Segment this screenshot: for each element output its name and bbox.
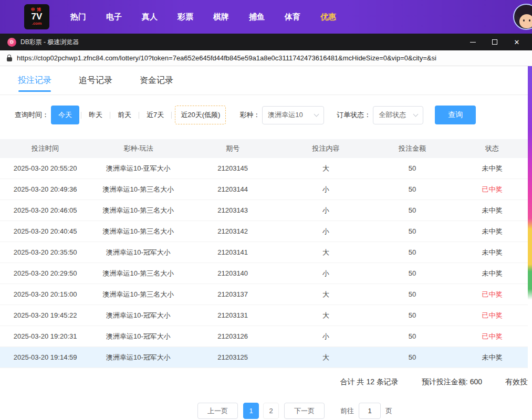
status-select-value: 全部状态 <box>379 110 406 120</box>
cell-bet-content: 大 <box>279 248 372 257</box>
logo-text-bottom: .com <box>32 22 42 26</box>
nav-item[interactable]: 真人 <box>142 12 158 22</box>
table-row[interactable]: 2025-03-20 20:29:50 澳洲幸运10-第三名大小 2120314… <box>0 263 532 284</box>
nav-item[interactable]: 棋牌 <box>213 12 229 22</box>
time-option[interactable]: 今天 <box>51 106 79 124</box>
cell-status: 已中奖 <box>452 332 532 341</box>
nav-item[interactable]: 电子 <box>106 12 122 22</box>
table-row[interactable]: 2025-03-20 20:35:50 澳洲幸运10-冠军大小 21203141… <box>0 242 532 263</box>
address-bar: https://ctop02pchwp1.zfnc84.com/lottery/… <box>0 50 532 66</box>
time-option[interactable]: 近20天(低频) <box>175 106 226 124</box>
tab[interactable]: 资金记录 <box>140 66 173 95</box>
order-status-select[interactable]: 全部状态 <box>373 106 423 124</box>
goto-page-input[interactable] <box>359 403 381 419</box>
cell-bet-content: 小 <box>279 185 372 194</box>
tab[interactable]: 投注记录 <box>18 66 51 95</box>
cell-lottery-play: 澳洲幸运10-第三名大小 <box>90 206 186 215</box>
background-page-strip <box>528 66 532 420</box>
search-button[interactable]: 查询 <box>435 106 476 124</box>
nav-item[interactable]: 捕鱼 <box>249 12 265 22</box>
tab[interactable]: 追号记录 <box>79 66 112 95</box>
divider <box>139 112 139 119</box>
divider <box>171 112 172 119</box>
divider <box>81 112 81 119</box>
time-option[interactable]: 近7天 <box>141 106 170 124</box>
cell-lottery-play: 澳洲幸运10-第三名大小 <box>90 185 186 194</box>
table-row[interactable]: 2025-03-20 19:45:22 澳洲幸运10-冠军大小 21203131… <box>0 305 532 326</box>
time-option[interactable]: 前天 <box>112 106 137 124</box>
page-number[interactable]: 2 <box>263 403 279 419</box>
nav-item[interactable]: 体育 <box>285 12 300 22</box>
cell-bet-time: 2025-03-20 19:20:31 <box>0 332 90 340</box>
cell-status: 未中奖 <box>452 269 532 278</box>
page-numbers: 12 <box>243 403 279 419</box>
time-filter-group: 今天昨天前天近7天近20天(低频) <box>51 106 226 124</box>
logo-text-mid: 7V <box>32 12 43 22</box>
table-row[interactable]: 2025-03-20 19:20:31 澳洲幸运10-冠军大小 21203126… <box>0 326 532 347</box>
cell-bet-content: 小 <box>279 227 372 236</box>
cell-lottery-play: 澳洲幸运10-冠军大小 <box>90 353 186 362</box>
minimize-icon <box>470 42 476 43</box>
cell-issue-number: 21203144 <box>186 185 279 193</box>
cell-status: 未中奖 <box>452 164 532 173</box>
filter-bar: 查询时间： 今天昨天前天近7天近20天(低频) 彩种： 澳洲幸运10 订单状态：… <box>0 95 532 133</box>
cell-status: 已中奖 <box>452 290 532 299</box>
cell-bet-time: 2025-03-20 19:45:22 <box>0 311 90 319</box>
total-records-text: 合计 共 12 条记录 <box>340 377 399 387</box>
cell-bet-amount: 50 <box>372 353 452 361</box>
cell-issue-number: 21203141 <box>186 248 279 256</box>
maximize-button[interactable] <box>491 38 498 46</box>
page-content: 投注记录追号记录资金记录 查询时间： 今天昨天前天近7天近20天(低频) 彩种：… <box>0 66 532 419</box>
cell-issue-number: 21203125 <box>186 353 279 361</box>
cell-bet-time: 2025-03-20 20:15:00 <box>0 290 90 298</box>
top-banner: 申博 7V .com 热门电子真人彩票棋牌捕鱼体育优惠 <box>0 0 532 34</box>
page-number[interactable]: 1 <box>243 403 259 419</box>
cell-lottery-play: 澳洲幸运10-亚军大小 <box>90 164 186 173</box>
table-row[interactable]: 2025-03-20 20:46:05 澳洲幸运10-第三名大小 2120314… <box>0 200 532 221</box>
summary-bar: 合计 共 12 条记录 预计投注金额: 600 有效投注金 <box>0 368 532 387</box>
window-title: DB彩票 - 极速浏览器 <box>20 38 79 47</box>
tab-bar: 投注记录追号记录资金记录 <box>0 66 532 95</box>
url-text[interactable]: https://ctop02pchwp1.zfnc84.com/lottery/… <box>17 54 436 62</box>
nav-item[interactable]: 热门 <box>70 12 86 22</box>
cell-bet-content: 小 <box>279 206 372 215</box>
cell-bet-content: 小 <box>279 332 372 341</box>
table-row[interactable]: 2025-03-20 20:40:45 澳洲幸运10-第三名大小 2120314… <box>0 221 532 242</box>
user-avatar[interactable] <box>513 4 532 30</box>
nav-item[interactable]: 优惠 <box>320 12 336 22</box>
cell-bet-time: 2025-03-20 20:49:36 <box>0 185 90 193</box>
cell-status: 已中奖 <box>452 185 532 194</box>
cell-lottery-play: 澳洲幸运10-第三名大小 <box>90 290 186 299</box>
nav-item[interactable]: 彩票 <box>178 12 193 22</box>
cell-bet-amount: 50 <box>372 332 452 340</box>
lottery-select[interactable]: 澳洲幸运10 <box>262 106 324 124</box>
cell-bet-content: 大 <box>279 311 372 320</box>
column-header: 期号 <box>186 144 279 153</box>
minimize-button[interactable] <box>469 38 476 46</box>
prev-page-button[interactable]: 上一页 <box>197 403 238 419</box>
site-logo[interactable]: 申博 7V .com <box>24 4 49 29</box>
table-row[interactable]: 2025-03-20 19:14:59 澳洲幸运10-冠军大小 21203125… <box>0 347 532 368</box>
cell-bet-amount: 50 <box>372 311 452 319</box>
next-page-button[interactable]: 下一页 <box>284 403 325 419</box>
lock-icon <box>7 57 12 61</box>
cell-issue-number: 21203145 <box>186 164 279 172</box>
cell-bet-amount: 50 <box>372 269 452 277</box>
close-button[interactable]: ✕ <box>513 38 520 46</box>
column-header: 彩种-玩法 <box>90 144 186 153</box>
cell-lottery-play: 澳洲幸运10-第三名大小 <box>90 227 186 236</box>
banner-nav: 热门电子真人彩票棋牌捕鱼体育优惠 <box>70 12 336 22</box>
table-row[interactable]: 2025-03-20 20:15:00 澳洲幸运10-第三名大小 2120313… <box>0 284 532 305</box>
goto-suffix: 页 <box>385 406 392 416</box>
time-option[interactable]: 昨天 <box>83 106 108 124</box>
divider <box>110 112 110 119</box>
avatar-eye <box>529 19 530 22</box>
cell-bet-time: 2025-03-20 20:46:05 <box>0 206 90 214</box>
pagination: 上一页 12 下一页 前往 页 <box>0 403 532 419</box>
table-row[interactable]: 2025-03-20 20:55:20 澳洲幸运10-亚军大小 21203145… <box>0 158 532 179</box>
table-row[interactable]: 2025-03-20 20:49:36 澳洲幸运10-第三名大小 2120314… <box>0 179 532 200</box>
cell-lottery-play: 澳洲幸运10-第三名大小 <box>90 269 186 278</box>
cell-bet-time: 2025-03-20 19:14:59 <box>0 353 90 361</box>
cell-issue-number: 21203140 <box>186 269 279 277</box>
cell-bet-amount: 50 <box>372 227 452 235</box>
